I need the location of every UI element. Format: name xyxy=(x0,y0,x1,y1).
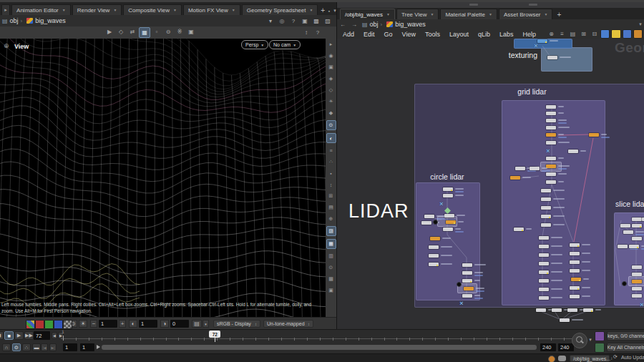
tree-hierarchy-icon[interactable]: ≡ xyxy=(557,29,567,39)
network-node[interactable] xyxy=(552,308,562,312)
network-view[interactable]: Geometry LIDAR texturing grid lidarcircl… xyxy=(337,39,644,329)
network-node[interactable] xyxy=(546,119,556,122)
keys-summary-button[interactable]: 0 keys, 0/0 channels xyxy=(607,331,644,341)
frame-range-slider[interactable] xyxy=(102,345,537,350)
perspective-selector[interactable]: Persp▼ xyxy=(241,40,268,49)
network-node[interactable] xyxy=(546,133,556,137)
network-node[interactable] xyxy=(541,206,551,210)
network-node[interactable] xyxy=(424,215,434,218)
nav-back-icon[interactable]: ← xyxy=(338,20,348,29)
network-node[interactable] xyxy=(539,262,549,265)
exposure-plus-button[interactable]: + xyxy=(119,320,126,328)
network-node[interactable] xyxy=(546,172,556,176)
cook-status-icon[interactable] xyxy=(548,356,555,362)
network-node[interactable] xyxy=(547,56,557,59)
sort-icon[interactable]: ↕ xyxy=(301,28,311,37)
snapshot-icon[interactable]: ▣ xyxy=(327,63,336,72)
pin-icon[interactable]: ◎ xyxy=(277,16,287,26)
node-display-flag[interactable] xyxy=(433,220,438,225)
badge-stack-icon[interactable] xyxy=(633,29,643,39)
network-node[interactable] xyxy=(539,279,549,283)
display-options-icon[interactable]: ▩ xyxy=(327,275,336,283)
menu-tools[interactable]: Tools xyxy=(425,31,440,38)
network-node-xform[interactable]: × xyxy=(638,302,644,308)
step-back-button[interactable]: ◀ xyxy=(52,332,57,339)
reverse-play-button[interactable]: ◀ xyxy=(0,331,4,340)
no-selection-icon[interactable]: ⊖ xyxy=(163,27,173,36)
info-icon[interactable]: ? xyxy=(313,28,323,37)
exposure-minus-button[interactable]: − xyxy=(90,320,97,328)
network-node[interactable] xyxy=(632,287,642,290)
range-end-field[interactable]: 240 xyxy=(540,343,556,351)
node-bypass-flag[interactable] xyxy=(436,265,438,266)
network-node-xform[interactable]: × xyxy=(544,148,552,154)
timeline-ruler[interactable]: 172 xyxy=(61,330,572,342)
node-bypass-flag[interactable] xyxy=(637,247,638,248)
right-tab-3[interactable]: Asset Browser▼ xyxy=(499,9,553,19)
follow-playbar-icon[interactable]: ▬ xyxy=(32,343,41,351)
node-bypass-flag[interactable] xyxy=(545,41,547,43)
camera-selector[interactable]: No cam▼ xyxy=(269,40,301,49)
menu-add[interactable]: Add xyxy=(343,31,354,38)
left-tab-1[interactable]: Render View▼ xyxy=(72,4,122,15)
visibility-icon[interactable]: ◉ xyxy=(327,52,336,60)
network-node[interactable] xyxy=(444,214,454,217)
select-tool-icon[interactable]: ▶ xyxy=(104,27,114,36)
left-tab-3[interactable]: Motion FX View▼ xyxy=(183,4,240,15)
texturing-box[interactable] xyxy=(541,47,592,72)
playbar-zoom-button[interactable] xyxy=(572,333,587,348)
help-icon[interactable]: ? xyxy=(288,16,298,26)
network-node[interactable] xyxy=(515,167,525,170)
menu-qlib[interactable]: qLib xyxy=(478,31,490,38)
gamma-icon[interactable]: ◑ xyxy=(160,320,169,328)
headlight-icon[interactable]: ⊙ xyxy=(326,120,336,130)
pane-layout-icon[interactable]: ▩ xyxy=(311,16,321,26)
network-node[interactable] xyxy=(632,273,642,276)
network-node[interactable] xyxy=(632,217,642,221)
colorspace-select[interactable]: sRGB - Display↕ xyxy=(213,320,260,328)
tile-layout-icon[interactable]: ⊟ xyxy=(590,29,599,39)
network-node[interactable] xyxy=(539,253,549,257)
tab-dropdown-icon[interactable]: ▼ xyxy=(62,8,66,12)
left-tab-2[interactable]: Composite View▼ xyxy=(123,4,182,15)
camera-view-icon[interactable]: ▣ xyxy=(327,286,336,295)
network-node[interactable] xyxy=(632,280,642,283)
exposure-field[interactable]: 1 xyxy=(99,320,117,328)
network-node[interactable] xyxy=(546,157,556,160)
right-tab-2[interactable]: Material Palette▼ xyxy=(440,9,497,19)
network-node[interactable] xyxy=(546,141,556,145)
network-node[interactable] xyxy=(539,288,549,291)
network-node[interactable] xyxy=(546,165,556,168)
network-node[interactable] xyxy=(541,189,551,192)
network-node-xform[interactable]: × xyxy=(457,300,466,306)
nav-forward-icon[interactable]: → xyxy=(349,20,359,29)
network-node[interactable] xyxy=(618,245,628,248)
node-display-flag[interactable] xyxy=(457,282,462,287)
path-node[interactable]: big_waves xyxy=(395,21,426,28)
tab-dropdown-icon[interactable]: ▼ xyxy=(386,12,390,16)
right-tab-0[interactable]: /obj/big_waves▼ xyxy=(340,9,395,19)
blue-channel-swatch[interactable] xyxy=(54,320,63,329)
group-list-icon[interactable]: ▥ xyxy=(327,252,336,260)
menu-labs[interactable]: Labs xyxy=(499,31,514,38)
play-button[interactable]: ▶ xyxy=(14,331,24,340)
shade-mode-icon[interactable]: ※ xyxy=(175,27,185,36)
network-node[interactable] xyxy=(539,245,549,248)
network-node[interactable] xyxy=(570,269,580,273)
network-node[interactable] xyxy=(570,295,580,298)
tab-handle[interactable] xyxy=(529,4,537,6)
left-new-tab-button[interactable]: + xyxy=(319,5,326,15)
menu-edit[interactable]: Edit xyxy=(364,31,375,38)
auto-key-icon[interactable]: ⊙ xyxy=(12,343,21,351)
motion-fx-icon[interactable] xyxy=(595,343,605,353)
realtime-toggle-icon[interactable]: ∩ xyxy=(2,343,11,351)
path-context[interactable]: obj xyxy=(10,17,19,24)
key-all-channels-button[interactable]: Key All Channels xyxy=(607,343,644,352)
network-node[interactable] xyxy=(546,126,556,129)
lut-dropdown-icon[interactable]: ▾ xyxy=(203,320,209,328)
tab-dropdown-icon[interactable]: ▼ xyxy=(545,12,548,16)
scene-viewport[interactable]: ⊕ View Persp▼ No cam▼ Left mouse tumbles… xyxy=(0,39,326,317)
sticky-note-icon[interactable] xyxy=(611,29,620,39)
network-node[interactable] xyxy=(546,180,556,184)
path-dropdown-icon[interactable]: ▾ xyxy=(636,20,644,29)
